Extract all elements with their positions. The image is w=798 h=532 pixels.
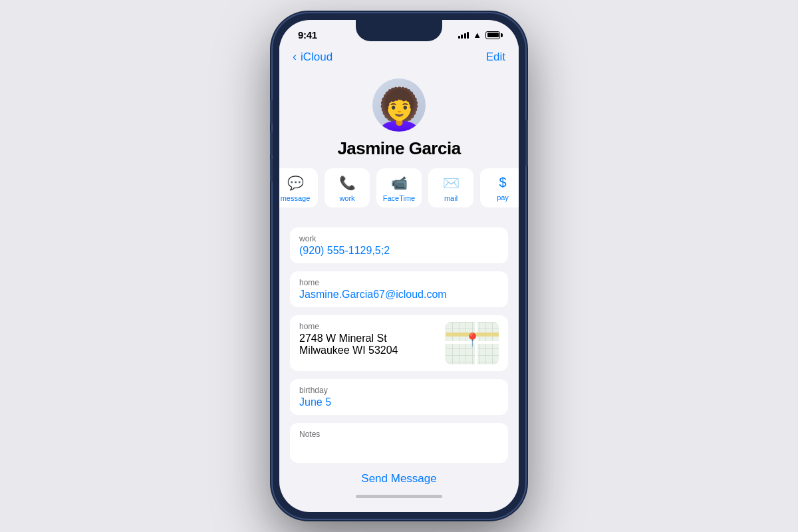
birthday-info-section: birthday June 5 [290, 379, 508, 415]
work-phone-label: work [299, 234, 499, 243]
wifi-icon: ▲ [473, 30, 481, 40]
back-chevron-icon: ‹ [293, 50, 297, 64]
action-buttons: 💬 message 📞 work 📹 FaceTime ✉️ mail [279, 168, 519, 207]
notes-label: Notes [299, 430, 499, 439]
action-mail-button[interactable]: ✉️ mail [428, 168, 473, 207]
action-message-button[interactable]: 💬 message [279, 168, 318, 207]
action-pay-label: pay [497, 194, 509, 201]
home-email-label: home [299, 278, 499, 287]
home-email-value[interactable]: Jasmine.Garcia67@icloud.com [299, 289, 499, 301]
phone-screen: 9:41 ▲ ‹ iCloud [279, 20, 519, 512]
profile-section: 👩‍🦱 Jasmine Garcia 💬 message 📞 work 📹 [279, 68, 519, 219]
avatar-image: 👩‍🦱 [374, 86, 424, 132]
home-email-content: home Jasmine.Garcia67@icloud.com [299, 278, 499, 301]
birthday-value[interactable]: June 5 [299, 396, 499, 408]
message-icon: 💬 [287, 175, 304, 191]
map-thumbnail[interactable]: 📍 [446, 322, 499, 364]
pay-icon: $ [499, 175, 506, 190]
phone-info-section: work (920) 555-1129,5;2 [290, 227, 508, 263]
action-work-button[interactable]: 📞 work [325, 168, 370, 207]
avatar: 👩‍🦱 [372, 78, 426, 132]
edit-button[interactable]: Edit [486, 51, 505, 64]
contact-name: Jasmine Garcia [337, 138, 460, 159]
email-info-section: home Jasmine.Garcia67@icloud.com [290, 271, 508, 307]
home-indicator [279, 489, 519, 501]
map-pin-icon: 📍 [464, 332, 481, 348]
send-message-button[interactable]: Send Message [361, 472, 436, 485]
work-phone-value[interactable]: (920) 555-1129,5;2 [299, 245, 499, 257]
nav-bar: ‹ iCloud Edit [279, 45, 519, 68]
content-area: ‹ iCloud Edit 👩‍🦱 Jasmine Garcia 💬 messa… [279, 45, 519, 503]
action-facetime-button[interactable]: 📹 FaceTime [376, 168, 422, 207]
home-bar [356, 495, 442, 498]
home-address-content: home 2748 W Mineral St Milwaukee WI 5320… [299, 322, 439, 364]
facetime-icon: 📹 [391, 175, 408, 191]
notes-section[interactable]: Notes [290, 423, 508, 463]
back-label: iCloud [301, 51, 332, 64]
work-phone-content: work (920) 555-1129,5;2 [299, 234, 499, 257]
status-icons: ▲ [458, 30, 500, 40]
mail-icon: ✉️ [443, 175, 460, 191]
birthday-row[interactable]: birthday June 5 [290, 379, 508, 415]
action-mail-label: mail [444, 194, 458, 202]
back-button[interactable]: ‹ iCloud [293, 50, 332, 64]
status-time: 9:41 [298, 29, 317, 41]
home-address-label: home [299, 322, 439, 331]
home-address-line1: 2748 W Mineral St [299, 332, 439, 344]
home-address-line2: Milwaukee WI 53204 [299, 344, 439, 356]
signal-bars-icon [458, 32, 469, 39]
home-email-row[interactable]: home Jasmine.Garcia67@icloud.com [290, 271, 508, 307]
phone-wrapper: 9:41 ▲ ‹ iCloud [273, 13, 525, 519]
action-message-label: message [281, 194, 311, 202]
action-work-label: work [339, 194, 354, 202]
notch [356, 20, 442, 41]
birthday-content: birthday June 5 [299, 386, 499, 408]
phone-icon: 📞 [339, 175, 356, 191]
birthday-label: birthday [299, 386, 499, 395]
action-facetime-label: FaceTime [383, 194, 416, 202]
home-address-row[interactable]: home 2748 W Mineral St Milwaukee WI 5320… [290, 315, 508, 371]
action-pay-button[interactable]: $ pay [480, 168, 519, 207]
work-phone-row[interactable]: work (920) 555-1129,5;2 [290, 227, 508, 263]
address-info-section: home 2748 W Mineral St Milwaukee WI 5320… [290, 315, 508, 371]
send-message-bar: Send Message [290, 472, 508, 485]
battery-icon [485, 31, 500, 39]
